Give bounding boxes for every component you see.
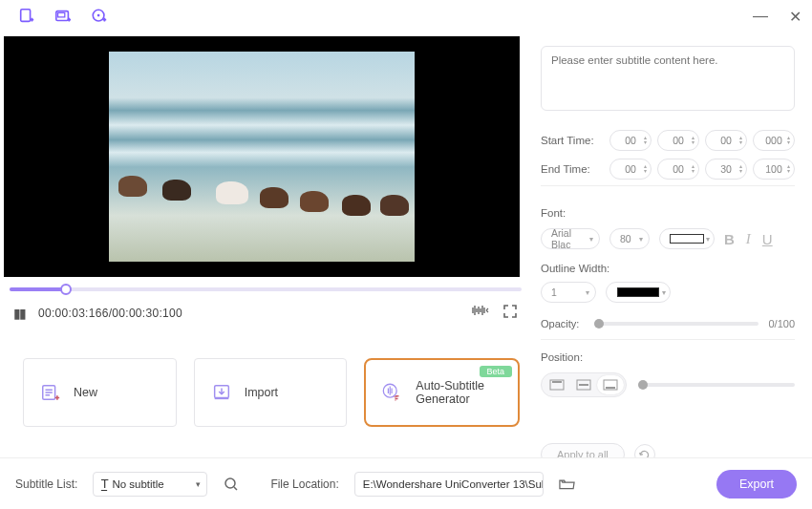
end-hh[interactable]: 00▴▾ <box>609 159 652 180</box>
italic-button[interactable]: I <box>746 231 751 247</box>
right-panel: Start Time: 00▴▾ 00▴▾ 00▴▾ 000▴▾ End Tim… <box>531 32 812 457</box>
start-time-label: Start Time: <box>541 135 602 146</box>
start-hh[interactable]: 00▴▾ <box>609 130 652 151</box>
underline-button[interactable]: U <box>762 231 773 247</box>
add-disc-icon[interactable] <box>90 7 109 26</box>
font-label: Font: <box>541 207 795 219</box>
svg-rect-10 <box>552 381 562 383</box>
import-label: Import <box>245 386 278 399</box>
titlebar: — ✕ <box>0 0 812 32</box>
opacity-knob[interactable] <box>594 319 604 329</box>
end-ms[interactable]: 100▴▾ <box>753 159 795 180</box>
end-mm[interactable]: 00▴▾ <box>657 159 699 180</box>
time-display: 00:00:03:166/00:00:30:100 <box>38 307 182 320</box>
position-knob[interactable] <box>638 380 648 390</box>
timeline-played <box>10 287 66 291</box>
end-time-label: End Time: <box>541 163 602 175</box>
auto-subtitle-card[interactable]: Beta T Auto-Subtitle Generator <box>364 358 520 427</box>
close-icon[interactable]: ✕ <box>787 8 802 26</box>
opacity-row: Opacity: 0/100 <box>541 318 795 329</box>
start-ss[interactable]: 00▴▾ <box>705 130 747 151</box>
opacity-value: 0/100 <box>768 318 795 329</box>
new-card[interactable]: New <box>23 358 177 427</box>
font-color-select[interactable] <box>659 228 715 249</box>
svg-rect-12 <box>579 384 588 386</box>
minimize-icon[interactable]: — <box>753 8 768 26</box>
position-slider[interactable] <box>638 383 795 387</box>
outline-width-select[interactable]: 1 <box>541 282 596 303</box>
opacity-slider[interactable] <box>594 322 759 326</box>
action-cards: New Import Beta T Auto-Subtitle Generato… <box>23 358 520 427</box>
subtitle-textarea[interactable] <box>541 46 795 111</box>
svg-rect-2 <box>58 12 65 17</box>
outline-row: 1 <box>541 282 795 303</box>
end-ss[interactable]: 30▴▾ <box>705 159 747 180</box>
position-middle[interactable] <box>570 375 597 394</box>
outline-label: Outline Width: <box>541 263 795 274</box>
subtitle-list-label: Subtitle List: <box>15 477 77 491</box>
svg-rect-0 <box>21 10 31 22</box>
font-row: Arial Blac 80 B I U <box>541 228 795 249</box>
video-frame <box>109 52 415 262</box>
new-icon <box>39 381 62 404</box>
start-ms[interactable]: 000▴▾ <box>753 130 795 151</box>
new-label: New <box>74 386 97 399</box>
timeline-track[interactable] <box>10 287 522 291</box>
player-controls: ▮▮ 00:00:03:166/00:00:30:100 <box>0 300 531 322</box>
add-folder-icon[interactable] <box>53 7 73 26</box>
auto-subtitle-label: Auto-Subtitle Generator <box>416 379 502 406</box>
main: ▮▮ 00:00:03:166/00:00:30:100 New <box>0 32 812 457</box>
video-player[interactable] <box>4 36 520 277</box>
svg-text:T: T <box>394 395 397 402</box>
footer: Subtitle List: T̲ No subtitle File Locat… <box>0 457 812 509</box>
window-controls: — ✕ <box>753 8 802 26</box>
folder-open-icon[interactable] <box>559 476 576 493</box>
position-label: Position: <box>541 351 795 363</box>
start-mm[interactable]: 00▴▾ <box>657 130 699 151</box>
file-location-input[interactable]: E:\Wondershare UniConverter 13\SubEd <box>354 472 544 497</box>
export-button[interactable]: Export <box>716 470 797 498</box>
playhead[interactable] <box>60 284 72 295</box>
fullscreen-icon[interactable] <box>502 304 518 322</box>
auto-subtitle-icon: T <box>381 381 404 404</box>
position-top[interactable] <box>544 375 570 394</box>
bold-button[interactable]: B <box>724 231 735 247</box>
font-family-select[interactable]: Arial Blac <box>541 228 600 249</box>
end-time-row: End Time: 00▴▾ 00▴▾ 30▴▾ 100▴▾ <box>541 159 795 180</box>
svg-point-4 <box>97 14 100 17</box>
import-icon <box>210 381 233 404</box>
font-size-select[interactable]: 80 <box>609 228 650 249</box>
position-row <box>541 372 795 397</box>
outline-color-select[interactable] <box>606 282 671 303</box>
timeline[interactable] <box>10 283 522 296</box>
opacity-label: Opacity: <box>541 318 585 329</box>
add-file-icon[interactable] <box>17 7 36 26</box>
pause-button[interactable]: ▮▮ <box>13 306 25 321</box>
position-bottom[interactable] <box>597 375 624 394</box>
start-time-row: Start Time: 00▴▾ 00▴▾ 00▴▾ 000▴▾ <box>541 130 795 151</box>
svg-point-15 <box>225 478 235 488</box>
subtitle-list-select[interactable]: T̲ No subtitle <box>93 472 207 497</box>
import-card[interactable]: Import <box>194 358 348 427</box>
file-location-label: File Location: <box>270 477 338 491</box>
beta-badge: Beta <box>480 366 513 377</box>
position-segments <box>541 372 627 397</box>
toolbar-icons <box>17 7 109 26</box>
waveform-icon[interactable] <box>470 304 489 322</box>
left-pane: ▮▮ 00:00:03:166/00:00:30:100 New <box>0 32 531 457</box>
svg-rect-14 <box>606 387 615 389</box>
search-icon[interactable] <box>223 476 240 493</box>
